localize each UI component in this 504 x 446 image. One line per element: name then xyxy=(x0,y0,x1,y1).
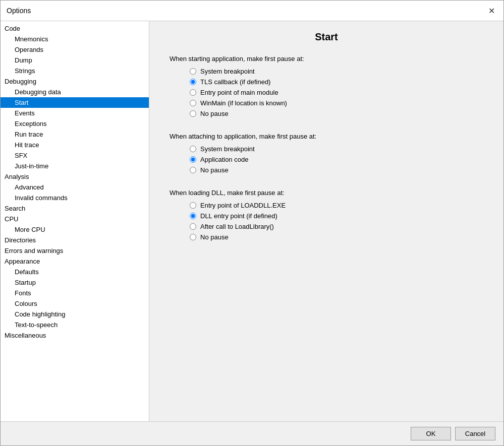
radio-option-start-entry[interactable]: Entry point of main module xyxy=(190,89,483,96)
sidebar-item-miscellaneous[interactable]: Miscellaneous xyxy=(1,330,149,341)
sidebar-item-exceptions[interactable]: Exceptions xyxy=(1,118,149,129)
radio-input-attach-sys-bp[interactable] xyxy=(190,146,196,152)
sidebar-item-defaults[interactable]: Defaults xyxy=(1,267,149,277)
radio-option-start-winmain[interactable]: WinMain (if location is known) xyxy=(190,99,483,107)
sidebar-item-directories[interactable]: Directories xyxy=(1,235,149,245)
radio-input-start-winmain[interactable] xyxy=(190,100,196,106)
radio-input-attach-app-code[interactable] xyxy=(190,156,196,163)
radio-option-dll-after-loadlib[interactable]: After call to LoadLibrary() xyxy=(190,223,483,230)
radio-option-dll-nopause[interactable]: No pause xyxy=(190,233,483,241)
sidebar-item-events[interactable]: Events xyxy=(1,108,149,118)
group2: When attaching to application, make firs… xyxy=(170,133,483,177)
sidebar-item-errors-warnings[interactable]: Errors and warnings xyxy=(1,245,149,256)
radio-label-attach-app-code: Application code xyxy=(200,156,248,163)
radio-label-dll-entry-point: DLL entry point (if defined) xyxy=(200,212,277,220)
group3-label: When loading DLL, make first pause at: xyxy=(170,189,483,197)
cancel-button[interactable]: Cancel xyxy=(455,427,495,440)
sidebar-item-startup[interactable]: Startup xyxy=(1,277,149,288)
group3: When loading DLL, make first pause at: E… xyxy=(170,189,483,244)
sidebar-item-colours[interactable]: Colours xyxy=(1,298,149,309)
radio-input-dll-entry-loaddll[interactable] xyxy=(190,202,196,209)
sidebar-item-debugging-data[interactable]: Debugging data xyxy=(1,87,149,97)
sidebar-item-mnemonics[interactable]: Mnemonics xyxy=(1,34,149,44)
radio-label-dll-nopause: No pause xyxy=(200,233,229,241)
sidebar-item-invalid-commands[interactable]: Invalid commands xyxy=(1,193,149,203)
sidebar-item-text-to-speech[interactable]: Text-to-speech xyxy=(1,320,149,330)
radio-option-start-nopause[interactable]: No pause xyxy=(190,110,483,117)
radio-input-start-tls[interactable] xyxy=(190,79,196,85)
radio-option-start-sys-bp[interactable]: System breakpoint xyxy=(190,68,483,75)
options-dialog: Options ✕ CodeMnemonicsOperandsDumpStrin… xyxy=(0,0,504,446)
group1: When starting application, make first pa… xyxy=(170,55,483,120)
sidebar-item-strings[interactable]: Strings xyxy=(1,66,149,76)
radio-input-start-nopause[interactable] xyxy=(190,110,196,117)
group2-label: When attaching to application, make firs… xyxy=(170,133,483,140)
title-bar: Options ✕ xyxy=(1,1,503,21)
radio-input-attach-nopause[interactable] xyxy=(190,167,196,173)
ok-button[interactable]: OK xyxy=(411,427,451,440)
radio-label-start-tls: TLS callback (if defined) xyxy=(200,78,270,86)
radio-label-start-sys-bp: System breakpoint xyxy=(200,68,255,75)
radio-option-attach-sys-bp[interactable]: System breakpoint xyxy=(190,145,483,153)
sidebar-item-start[interactable]: Start xyxy=(1,97,149,108)
radio-input-dll-nopause[interactable] xyxy=(190,234,196,240)
sidebar-item-debugging[interactable]: Debugging xyxy=(1,76,149,87)
sidebar-item-operands[interactable]: Operands xyxy=(1,44,149,55)
radio-input-start-entry[interactable] xyxy=(190,89,196,96)
radio-label-attach-sys-bp: System breakpoint xyxy=(200,145,255,153)
sidebar-item-advanced[interactable]: Advanced xyxy=(1,182,149,193)
bottom-bar: OK Cancel xyxy=(1,421,503,445)
radio-option-dll-entry-point[interactable]: DLL entry point (if defined) xyxy=(190,212,483,220)
radio-label-attach-nopause: No pause xyxy=(200,166,229,174)
radio-input-dll-entry-point[interactable] xyxy=(190,213,196,219)
sidebar-item-dump[interactable]: Dump xyxy=(1,55,149,66)
close-button[interactable]: ✕ xyxy=(485,5,497,17)
radio-option-dll-entry-loaddll[interactable]: Entry point of LOADDLL.EXE xyxy=(190,202,483,209)
sidebar-item-code-highlighting[interactable]: Code highlighting xyxy=(1,309,149,320)
radio-label-start-nopause: No pause xyxy=(200,110,229,117)
sidebar-item-search[interactable]: Search xyxy=(1,203,149,214)
section-title: Start xyxy=(170,31,483,43)
sidebar-item-fonts[interactable]: Fonts xyxy=(1,288,149,298)
radio-label-dll-after-loadlib: After call to LoadLibrary() xyxy=(200,223,274,230)
sidebar-item-run-trace[interactable]: Run trace xyxy=(1,129,149,140)
sidebar-item-cpu[interactable]: CPU xyxy=(1,214,149,224)
group1-label: When starting application, make first pa… xyxy=(170,55,483,62)
radio-option-attach-app-code[interactable]: Application code xyxy=(190,156,483,163)
radio-input-dll-after-loadlib[interactable] xyxy=(190,223,196,230)
radio-label-start-entry: Entry point of main module xyxy=(200,89,278,96)
radio-option-attach-nopause[interactable]: No pause xyxy=(190,166,483,174)
radio-input-start-sys-bp[interactable] xyxy=(190,68,196,75)
radio-label-start-winmain: WinMain (if location is known) xyxy=(200,99,287,107)
main-content: Start When starting application, make fi… xyxy=(149,21,503,421)
sidebar-item-code[interactable]: Code xyxy=(1,23,149,34)
sidebar-item-hit-trace[interactable]: Hit trace xyxy=(1,140,149,150)
sidebar: CodeMnemonicsOperandsDumpStringsDebuggin… xyxy=(1,21,149,421)
sidebar-item-more-cpu[interactable]: More CPU xyxy=(1,224,149,235)
radio-label-dll-entry-loaddll: Entry point of LOADDLL.EXE xyxy=(200,202,286,209)
sidebar-item-just-in-time[interactable]: Just-in-time xyxy=(1,161,149,171)
radio-option-start-tls[interactable]: TLS callback (if defined) xyxy=(190,78,483,86)
sidebar-item-analysis[interactable]: Analysis xyxy=(1,171,149,182)
sidebar-item-sfx[interactable]: SFX xyxy=(1,150,149,161)
dialog-body: CodeMnemonicsOperandsDumpStringsDebuggin… xyxy=(1,21,503,421)
dialog-title: Options xyxy=(7,7,31,15)
sidebar-item-appearance[interactable]: Appearance xyxy=(1,256,149,267)
